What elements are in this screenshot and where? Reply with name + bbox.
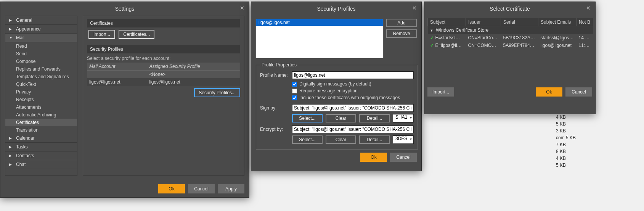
encrypt-clear-button[interactable]: Clear — [326, 135, 356, 144]
cancel-button[interactable]: Cancel — [188, 184, 215, 193]
profile-properties: Profile Properties Profile Name: Digital… — [256, 62, 418, 150]
nav-section-general[interactable]: ▶ General — [5, 16, 77, 25]
nav-item-read[interactable]: Read — [5, 42, 77, 50]
col-account: Mail Account — [87, 63, 147, 71]
table-row[interactable]: ligos@ligos.net ligos@ligos.net — [87, 78, 240, 86]
certificates-heading: Certificates — [87, 19, 240, 27]
col-notbefore[interactable]: Not B — [577, 18, 593, 26]
sc-title: Select Certificate — [490, 6, 530, 12]
nav-item-replies[interactable]: Replies and Forwards — [5, 65, 77, 73]
settings-footer: Ok Cancel Apply — [158, 184, 244, 193]
nav-section-tasks[interactable]: ▶ Tasks — [5, 143, 77, 151]
nav-item-quicktext[interactable]: QuickText — [5, 81, 77, 88]
close-icon[interactable]: ✕ — [585, 4, 592, 12]
chevron-right-icon: ▶ — [9, 136, 14, 140]
secprof-hint: Select a security profile for each accou… — [87, 56, 240, 61]
nav-item-archiving[interactable]: Automatic Archiving — [5, 111, 77, 119]
col-serial[interactable]: Serial — [501, 18, 538, 26]
import-button[interactable]: Import... — [88, 30, 115, 39]
nav-item-compose[interactable]: Compose — [5, 58, 77, 65]
bg-size: 8 KB — [556, 149, 579, 156]
nav-section-contacts[interactable]: ▶ Contacts — [5, 151, 77, 160]
table-row[interactable]: ✓E=startssl@ligo... CN=StartCom... 5B19C… — [428, 34, 593, 42]
cell-serial: 5B19C3182A99... — [501, 34, 538, 42]
settings-title: Settings — [115, 6, 135, 12]
close-icon[interactable]: ✕ — [238, 4, 246, 12]
close-icon[interactable]: ✕ — [411, 4, 418, 12]
cancel-button[interactable]: Cancel — [565, 87, 592, 97]
sign-cert-field[interactable] — [292, 104, 414, 112]
nav-section-calendar[interactable]: ▶ Calendar — [5, 134, 77, 143]
bg-size: 4 KB — [556, 114, 579, 121]
bg-size: 4 KB — [556, 156, 579, 163]
table-row[interactable]: ✓E=ligos@ligos... CN=COMODO... 5A99EF478… — [428, 42, 593, 49]
nav-item-templates[interactable]: Templates and Signatures — [5, 73, 77, 81]
encrypt-algo-select[interactable]: 3DES — [393, 135, 414, 144]
sp-titlebar: Security Profiles ✕ — [251, 2, 421, 16]
cell-emails: ligos@ligos.net — [538, 42, 577, 49]
certificates-button[interactable]: Certificates... — [119, 30, 154, 39]
nav-section-mail[interactable]: ▼ Mail — [5, 34, 77, 42]
group-row[interactable]: ▼ Windows Certificate Store — [428, 26, 593, 34]
cancel-button[interactable]: Cancel — [390, 153, 417, 162]
col-subject[interactable]: Subject — [428, 18, 466, 26]
profile-name-input[interactable] — [292, 71, 414, 79]
nav-label: Calendar — [16, 135, 35, 141]
sign-by-label: Sign by: — [260, 105, 290, 111]
nav-item-certificates[interactable]: Certificates — [5, 119, 77, 126]
bg-size: 7 KB — [556, 142, 579, 149]
nav-item-receipts[interactable]: Receipts — [5, 96, 77, 103]
group-label: Windows Certificate Store — [436, 27, 488, 33]
cell-account — [87, 71, 147, 79]
col-issuer[interactable]: Issuer — [466, 18, 501, 26]
nav-section-chat[interactable]: ▶ Chat — [5, 160, 77, 169]
settings-titlebar: Settings ✕ — [0, 2, 249, 16]
chevron-right-icon: ▶ — [9, 154, 14, 158]
table-row[interactable]: <None> — [87, 71, 240, 79]
sign-detail-button[interactable]: Detail... — [359, 114, 390, 122]
chevron-down-icon: ▼ — [430, 29, 434, 32]
nav-item-send[interactable]: Send — [5, 50, 77, 58]
cell-subject: E=ligos@ligos... — [435, 43, 466, 48]
bg-size: 5 KB — [556, 121, 579, 128]
encrypt-cert-field[interactable] — [292, 126, 414, 133]
nav-section-appearance[interactable]: ▶ Appearance — [5, 25, 77, 34]
chevron-right-icon: ▶ — [9, 27, 14, 31]
check-icon: ✓ — [430, 43, 435, 48]
nav-item-translation[interactable]: Translation — [5, 126, 77, 134]
ok-button[interactable]: Ok — [158, 184, 185, 193]
apply-button[interactable]: Apply — [218, 184, 244, 193]
include-certs-checkbox[interactable] — [292, 95, 297, 100]
nav-item-attachments[interactable]: Attachments — [5, 103, 77, 111]
list-item[interactable]: ligos@ligos.net — [256, 19, 383, 26]
sign-select-button[interactable]: Select... — [292, 114, 323, 122]
sign-algo-select[interactable]: SHA1 — [393, 114, 414, 122]
require-encryption-checkbox[interactable] — [292, 89, 297, 93]
include-certs-label: Include these certificates with outgoing… — [299, 95, 400, 100]
add-button[interactable]: Add — [386, 19, 417, 27]
check-icon: ✓ — [430, 35, 435, 40]
cell-profile: ligos@ligos.net — [147, 78, 240, 86]
cell-subject: E=startssl@ligo... — [435, 35, 466, 40]
col-emails[interactable]: Subject Emails — [538, 18, 577, 26]
accounts-table: Mail Account Assigned Security Profile <… — [87, 63, 240, 86]
encrypt-select-button[interactable]: Select... — [292, 135, 323, 144]
cell-issuer: CN=StartCom... — [466, 34, 501, 42]
remove-button[interactable]: Remove — [386, 29, 417, 38]
bg-size: com 5 KB — [556, 135, 579, 142]
cell-serial: 5A99EF47846D... — [501, 42, 538, 49]
import-button[interactable]: Import... — [427, 87, 454, 97]
ok-button[interactable]: Ok — [360, 153, 387, 162]
sign-default-checkbox[interactable] — [292, 82, 297, 87]
require-encryption-label: Require message encryption — [299, 88, 358, 93]
sign-clear-button[interactable]: Clear — [326, 114, 356, 122]
cell-notbefore: 11:00 A — [577, 42, 593, 49]
ok-button[interactable]: Ok — [536, 87, 562, 97]
select-certificate-dialog: Select Certificate ✕ Subject Issuer Seri… — [424, 2, 596, 114]
nav-item-privacy[interactable]: Privacy — [5, 88, 77, 96]
security-profiles-button[interactable]: Security Profiles... — [194, 88, 240, 97]
profiles-list[interactable]: ligos@ligos.net — [256, 19, 383, 58]
bg-size: 3 KB — [556, 128, 579, 135]
encrypt-detail-button[interactable]: Detail... — [359, 135, 390, 144]
col-profile: Assigned Security Profile — [147, 63, 240, 71]
